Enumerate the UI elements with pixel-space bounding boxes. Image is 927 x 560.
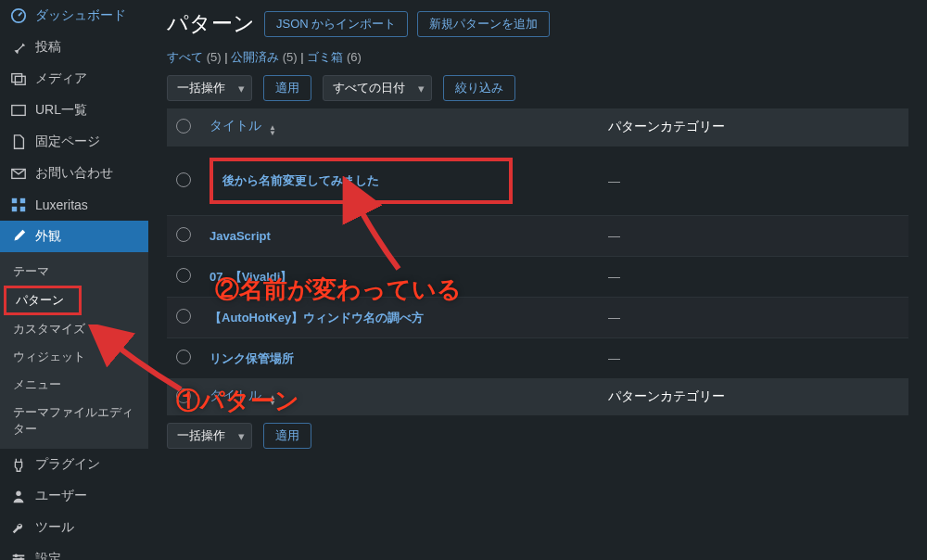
row-select[interactable] [176, 268, 191, 283]
users-icon [9, 488, 28, 504]
bulk-action-select[interactable]: 一括操作 [167, 75, 252, 101]
sidebar-item-url-list[interactable]: URL一覧 [0, 95, 148, 126]
svg-point-13 [15, 554, 19, 558]
submenu-item-widgets[interactable]: ウィジェット [0, 343, 148, 371]
sidebar-item-tools[interactable]: ツール [0, 512, 148, 543]
sidebar-label: 固定ページ [35, 134, 100, 150]
table-row[interactable]: 後から名前変更してみました — [167, 146, 908, 216]
tablenav-top: 一括操作 ▾ 適用 すべての日付 ▾ 絞り込み [167, 75, 908, 101]
media-icon [9, 70, 28, 87]
sidebar-item-appearance[interactable]: 外観 [0, 221, 148, 252]
category-column-footer: パターンカテゴリー [599, 378, 908, 415]
svg-rect-1 [12, 74, 22, 83]
patterns-table: タイトル ▲▼ パターンカテゴリー 後から名前変更してみました — JavaSc… [167, 108, 908, 415]
row-select[interactable] [176, 227, 191, 242]
submenu-item-menu[interactable]: メニュー [0, 371, 148, 399]
select-all-header[interactable] [167, 108, 200, 146]
sidebar-label: ユーザー [35, 488, 87, 504]
svg-point-9 [16, 491, 20, 496]
sidebar-item-dashboard[interactable]: ダッシュボード [0, 0, 148, 32]
pattern-category: — [608, 351, 620, 365]
svg-rect-3 [12, 106, 25, 116]
sidebar-item-pages[interactable]: 固定ページ [0, 126, 148, 158]
svg-rect-5 [12, 198, 17, 203]
mail-icon [9, 165, 28, 182]
row-select[interactable] [176, 350, 191, 364]
sidebar-item-settings[interactable]: 設定 [0, 543, 148, 560]
apply-button-bottom[interactable]: 適用 [263, 423, 311, 449]
sidebar-item-plugins[interactable]: プラグイン [0, 449, 148, 480]
category-column-header: パターンカテゴリー [599, 108, 908, 146]
submenu-item-theme[interactable]: テーマ [0, 258, 148, 286]
pattern-category: — [608, 311, 620, 325]
sidebar-item-users[interactable]: ユーザー [0, 480, 148, 512]
row-select[interactable] [176, 309, 191, 324]
sidebar-item-media[interactable]: メディア [0, 63, 148, 95]
sidebar-label: ツール [35, 519, 74, 536]
view-trash-link[interactable]: ゴミ箱 (6) [307, 50, 362, 64]
title-column-footer[interactable]: タイトル ▲▼ [200, 378, 599, 415]
settings-icon [9, 551, 28, 560]
table-row[interactable]: 【AutoHotKey】ウィンドウ名の調べ方 — [167, 298, 908, 338]
date-filter-select[interactable]: すべての日付 [323, 75, 432, 101]
pattern-category: — [608, 229, 620, 243]
svg-rect-6 [20, 198, 25, 203]
select-all-footer[interactable] [167, 378, 200, 415]
tools-icon [9, 519, 28, 536]
sort-icon: ▲▼ [269, 395, 276, 406]
pattern-title-link[interactable]: 【AutoHotKey】ウィンドウ名の調べ方 [210, 311, 424, 325]
view-filters: すべて (5) | 公開済み (5) | ゴミ箱 (6) [167, 49, 908, 66]
row-select[interactable] [176, 172, 191, 187]
sidebar-label: Luxeritas [35, 197, 88, 212]
title-column-header[interactable]: タイトル ▲▼ [200, 108, 599, 146]
sidebar-label: 設定 [35, 551, 61, 560]
sort-icon: ▲▼ [269, 125, 276, 136]
sidebar-label: 外観 [35, 228, 61, 245]
import-json-button[interactable]: JSON からインポート [264, 11, 408, 37]
tablenav-bottom: 一括操作 ▾ 適用 [167, 423, 908, 449]
apply-button[interactable]: 適用 [263, 75, 311, 101]
sidebar-label: お問い合わせ [35, 165, 113, 182]
submenu-item-theme-editor[interactable]: テーマファイルエディター [0, 399, 148, 443]
plugin-icon [9, 456, 28, 473]
svg-rect-7 [12, 207, 17, 211]
page-icon [9, 134, 28, 150]
view-all-link[interactable]: すべて (5) [167, 50, 222, 64]
grid-icon [9, 197, 28, 213]
submenu-item-patterns[interactable]: パターン [4, 286, 82, 315]
pin-icon [9, 39, 28, 56]
table-row[interactable]: 07. 【Vivaldi】 — [167, 257, 908, 298]
filter-button[interactable]: 絞り込み [443, 75, 515, 101]
main-content: パターン JSON からインポート 新規パターンを追加 すべて (5) | 公開… [148, 0, 927, 560]
page-header: パターン JSON からインポート 新規パターンを追加 [167, 9, 908, 38]
bulk-action-select-bottom[interactable]: 一括操作 [167, 423, 252, 449]
sidebar-label: プラグイン [35, 456, 100, 473]
admin-sidebar: ダッシュボード 投稿 メディア URL一覧 固定ページ お問い合わせ [0, 0, 148, 560]
pattern-title-link[interactable]: 07. 【Vivaldi】 [210, 270, 292, 284]
brush-icon [9, 228, 28, 245]
pattern-title-link[interactable]: リンク保管場所 [210, 351, 294, 365]
page-title: パターン [167, 9, 255, 38]
table-row[interactable]: JavaScript — [167, 216, 908, 257]
pattern-title-link[interactable]: JavaScript [210, 229, 271, 243]
pattern-category: — [608, 174, 620, 188]
sidebar-item-posts[interactable]: 投稿 [0, 32, 148, 63]
sidebar-label: メディア [35, 70, 87, 87]
dashboard-icon [9, 7, 28, 24]
table-row[interactable]: リンク保管場所 — [167, 338, 908, 379]
pattern-category: — [608, 270, 620, 284]
sidebar-item-luxeritas[interactable]: Luxeritas [0, 189, 148, 221]
sidebar-label: URL一覧 [35, 102, 87, 119]
sidebar-item-contact[interactable]: お問い合わせ [0, 158, 148, 189]
link-icon [9, 102, 28, 119]
sidebar-label: 投稿 [35, 39, 61, 56]
add-new-pattern-button[interactable]: 新規パターンを追加 [417, 11, 550, 37]
sidebar-label: ダッシュボード [35, 7, 126, 24]
svg-rect-2 [15, 76, 25, 84]
svg-rect-8 [20, 207, 25, 211]
appearance-submenu: テーマ パターン カスタマイズ ウィジェット メニュー テーマファイルエディター [0, 252, 148, 449]
pattern-title-highlighted[interactable]: 後から名前変更してみました [210, 158, 513, 204]
submenu-item-customize[interactable]: カスタマイズ [0, 315, 148, 343]
view-published-link[interactable]: 公開済み (5) [231, 50, 298, 64]
